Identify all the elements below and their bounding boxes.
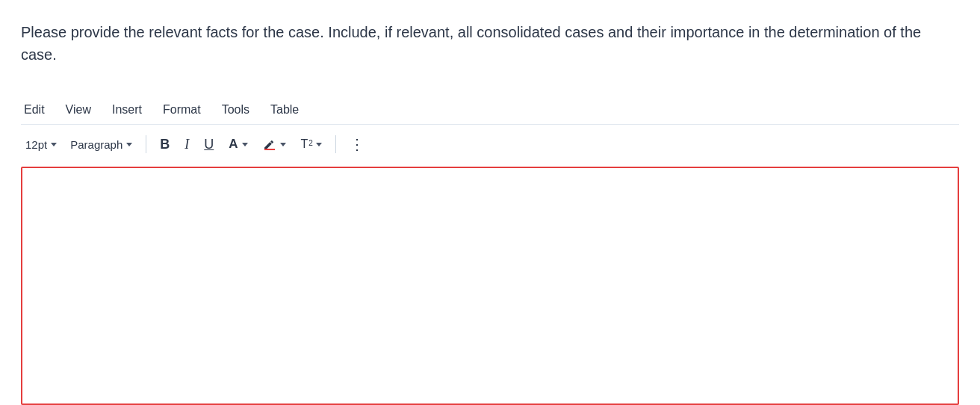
menu-item-format[interactable]: Format	[152, 100, 211, 120]
font-color-chevron-icon	[242, 143, 248, 146]
underline-label: U	[204, 137, 214, 152]
paragraph-style-dropdown[interactable]: Paragraph	[64, 135, 138, 154]
menu-item-table[interactable]: Table	[260, 100, 309, 120]
bold-label: B	[160, 137, 170, 152]
highlight-button[interactable]	[257, 135, 292, 154]
paragraph-chevron-icon	[126, 143, 132, 146]
superscript-chevron-icon	[316, 143, 322, 146]
menu-item-insert[interactable]: Insert	[102, 100, 152, 120]
font-color-label: A	[229, 137, 238, 152]
bold-button[interactable]: B	[154, 134, 176, 155]
page-container: Please provide the relevant facts for th…	[0, 0, 980, 405]
more-options-label: ⋮	[350, 135, 365, 153]
font-size-chevron-icon	[51, 143, 57, 146]
superscript-t-label: T	[301, 137, 308, 151]
menu-item-view[interactable]: View	[55, 100, 102, 120]
highlight-chevron-icon	[280, 143, 286, 146]
toolbar-divider-1	[146, 135, 146, 153]
toolbar-divider-2	[335, 135, 336, 153]
underline-button[interactable]: U	[198, 134, 220, 155]
menu-bar: Edit View Insert Format Tools Table	[21, 96, 959, 125]
italic-label: I	[184, 137, 189, 152]
menu-item-edit[interactable]: Edit	[21, 100, 55, 120]
highlight-pencil-icon	[263, 137, 276, 151]
font-size-label: 12pt	[25, 138, 47, 151]
font-size-dropdown[interactable]: 12pt	[21, 135, 61, 154]
menu-item-tools[interactable]: Tools	[211, 100, 260, 120]
toolbar: 12pt Paragraph B I U A	[21, 128, 959, 161]
paragraph-style-label: Paragraph	[70, 138, 122, 151]
more-options-button[interactable]: ⋮	[344, 132, 371, 156]
superscript-2-label: 2	[308, 139, 313, 147]
italic-button[interactable]: I	[179, 134, 195, 155]
superscript-button[interactable]: T 2	[295, 135, 328, 154]
editor-container: Edit View Insert Format Tools Table 12pt…	[21, 96, 959, 405]
text-editor-area[interactable]	[21, 167, 959, 405]
font-color-button[interactable]: A	[223, 134, 253, 155]
instructions-text: Please provide the relevant facts for th…	[21, 21, 947, 66]
